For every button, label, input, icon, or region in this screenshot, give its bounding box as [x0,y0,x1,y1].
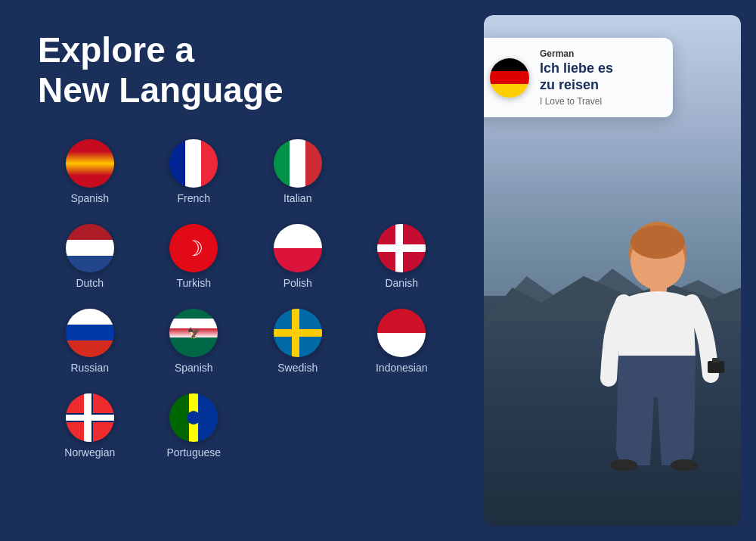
flag-spanish2: 🦅 [169,309,218,357]
right-panel: German Ich liebe eszu reisen I Love to T… [484,15,741,526]
svg-rect-6 [708,361,724,373]
lang-item-danish[interactable]: Danish [350,218,454,295]
lang-item-russian[interactable]: Russian [38,303,142,380]
lang-label-russian: Russian [70,362,109,374]
lang-label-dutch: Dutch [76,277,104,289]
app-container: Explore aNew Language Spanish French Ita… [0,0,756,541]
lang-item-italian[interactable]: Italian [246,133,350,210]
svg-point-8 [610,459,637,471]
left-panel: Explore aNew Language Spanish French Ita… [0,0,484,541]
svg-point-9 [671,459,698,471]
lang-label-danish: Danish [385,277,418,289]
lang-item-norwegian[interactable]: Norwegian [38,387,142,465]
flag-polish [274,224,322,272]
lang-label-swedish: Swedish [277,362,318,374]
lang-item-spanish2[interactable]: 🦅 Spanish [142,303,246,380]
lang-label-turkish: Turkish [177,277,211,289]
flag-spanish [66,139,114,188]
person-svg [537,163,733,526]
svg-rect-7 [712,358,720,362]
flag-indonesian [377,309,426,357]
flag-german-placeholder [377,139,426,188]
flag-turkish [169,224,218,272]
lang-label-italian: Italian [284,192,311,204]
lang-item-portuguese[interactable]: Portuguese [142,387,246,465]
german-card-phrase: Ich liebe eszu reisen [540,61,613,93]
lang-item-dutch[interactable]: Dutch [38,218,142,295]
german-card[interactable]: German Ich liebe eszu reisen I Love to T… [484,38,673,117]
flag-italian [274,139,322,188]
lang-item-french[interactable]: French [142,133,246,210]
lang-label-spanish: Spanish [70,192,109,204]
flag-norwegian [66,393,114,442]
lang-label-norwegian: Norwegian [64,446,115,459]
lang-label-german-placeholder: German [383,192,421,204]
flag-dutch [66,224,114,272]
flag-portuguese [169,393,218,442]
flag-russian [66,309,114,357]
flag-french [169,139,218,188]
german-card-translation: I Love to Travel [540,96,613,107]
lang-item-swedish[interactable]: Swedish [246,303,350,380]
lang-label-portuguese: Portuguese [166,446,221,459]
lang-item-turkish[interactable]: Turkish [142,218,246,295]
lang-label-french: French [177,192,210,204]
german-card-lang: German [540,48,613,59]
flag-danish [377,224,426,272]
lang-item-polish[interactable]: Polish [246,218,350,295]
lang-label-polish: Polish [284,277,312,289]
languages-grid: Spanish French Italian German Dutch T [38,133,454,465]
german-card-text: German Ich liebe eszu reisen I Love to T… [540,48,613,107]
svg-point-4 [631,225,685,259]
headline: Explore aNew Language [38,30,454,110]
lang-label-spanish2: Spanish [175,362,213,374]
german-card-flag [490,58,529,98]
lang-item-spanish[interactable]: Spanish [38,133,142,210]
flag-swedish [274,309,322,357]
lang-item-indonesian[interactable]: Indonesian [350,303,454,380]
lang-label-indonesian: Indonesian [376,362,428,374]
